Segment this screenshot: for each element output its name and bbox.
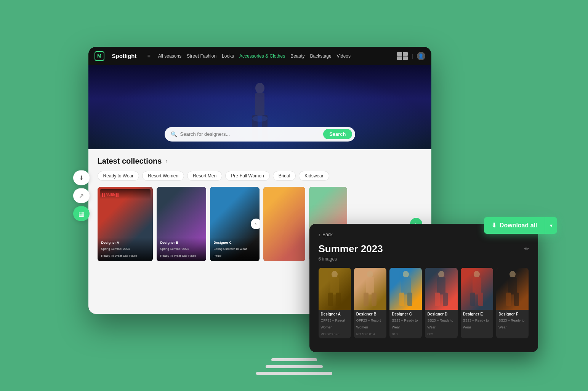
- panel-image-d-info: Designer D SS23 – Ready to Wear 002: [425, 310, 457, 338]
- panel-image-b[interactable]: Designer B OFF23 – Resort Women PO S23 0…: [354, 268, 386, 338]
- panel-image-count: 6 images: [319, 256, 529, 262]
- panel-img-sub-e: SS23 – Ready to Wear: [463, 319, 489, 329]
- filter-pills: Ready to Wear Resort Women Resort Men Pr…: [98, 171, 422, 181]
- card-overlay-c: Designer C Spring Summer To WearPaulo: [210, 238, 260, 261]
- nav-divider: |: [412, 53, 413, 59]
- panel-img-sub-f: SS23 – Ready to Wear: [498, 319, 524, 329]
- sidebar-float: ⬇ ↗ ▦: [73, 170, 90, 221]
- svg-rect-8: [336, 293, 341, 306]
- panel-img-name-c: Designer C: [392, 312, 420, 316]
- card-overlay-a: Designer A Spring Summer 2023Ready To We…: [98, 238, 153, 261]
- panel-img-sub-c: SS23 – Ready to Wear: [392, 319, 418, 329]
- panel-back-label: Back: [322, 232, 333, 237]
- svg-point-0: [255, 83, 264, 93]
- share-icon: ↗: [79, 192, 84, 199]
- section-title: Latest collections: [98, 157, 162, 166]
- card-sublabel-c: Spring Summer To WearPaulo: [214, 247, 247, 257]
- filter-kidswear[interactable]: Kidswear: [299, 171, 329, 181]
- svg-rect-12: [372, 293, 377, 306]
- collection-card-b[interactable]: Designer B Spring Summer 2023Ready To We…: [157, 187, 206, 261]
- search-input[interactable]: [180, 131, 324, 137]
- card-overlay-b: Designer B Spring Summer 2023Ready To We…: [157, 238, 206, 261]
- svg-rect-28: [514, 293, 519, 306]
- svg-rect-27: [506, 293, 511, 306]
- search-button[interactable]: Search: [323, 129, 352, 139]
- filter-bridal[interactable]: Bridal: [273, 171, 296, 181]
- card-sublabel-b: Spring Summer 2023Ready To Wear Sao Paul…: [160, 247, 196, 257]
- nav-accessories[interactable]: Accessories & Clothes: [239, 53, 285, 59]
- download-icon: ⬇: [79, 174, 84, 181]
- next-button[interactable]: ›: [251, 219, 260, 229]
- svg-point-17: [438, 271, 444, 278]
- panel-image-a-thumb: [319, 268, 351, 310]
- sidebar-share-btn[interactable]: ↗: [73, 188, 90, 203]
- svg-point-4: [252, 116, 268, 122]
- nav-beauty[interactable]: Beauty: [290, 53, 304, 59]
- edit-icon[interactable]: ✏: [524, 246, 529, 252]
- section-arrow[interactable]: ›: [165, 158, 167, 164]
- panel-image-d-thumb: [425, 268, 457, 310]
- hamburger-icon[interactable]: ≡: [147, 53, 150, 59]
- filter-resort-women[interactable]: Resort Women: [142, 171, 184, 181]
- collection-card-c[interactable]: Designer C Spring Summer To WearPaulo ›: [210, 187, 260, 261]
- svg-point-9: [367, 271, 373, 278]
- scrollbar-1[interactable]: [271, 358, 317, 361]
- panel-image-b-thumb: [354, 268, 386, 310]
- panel-image-f-thumb: [496, 268, 529, 310]
- panel-image-c[interactable]: Designer C SS23 – Ready to Wear 010: [389, 268, 422, 338]
- grid-icon[interactable]: [397, 52, 408, 60]
- panel-title: Summer 2023: [319, 243, 383, 255]
- nav-videos[interactable]: Videos: [337, 53, 351, 59]
- nav-street-fashion[interactable]: Street Fashion: [187, 53, 216, 59]
- panel-image-f[interactable]: Designer F SS23 – Ready to Wear: [496, 268, 529, 338]
- nav-all-seasons[interactable]: All seasons: [158, 53, 181, 59]
- filter-ready-to-wear[interactable]: Ready to Wear: [98, 171, 139, 181]
- download-all-main: ⬇ Download all: [484, 217, 545, 233]
- panel-image-b-info: Designer B OFF23 – Resort Women PO S23 0…: [354, 310, 386, 338]
- svg-point-13: [403, 271, 409, 278]
- card-label-b: Designer B: [160, 241, 202, 245]
- panel-image-a[interactable]: Designer A OFF23 – Resort Women PO S23 0…: [319, 268, 351, 338]
- logo: M: [95, 51, 104, 61]
- nav-right: | 👤: [397, 52, 425, 60]
- card-label-a: Designer A: [101, 241, 149, 245]
- scrollbar-2[interactable]: [266, 365, 323, 368]
- panel-img-code-d: 002: [427, 332, 433, 336]
- panel-img-name-d: Designer D: [427, 312, 455, 316]
- download-all-button[interactable]: ⬇ Download all ▾: [484, 217, 557, 234]
- user-avatar[interactable]: 👤: [417, 52, 425, 60]
- panel-img-name-a: Designer A: [321, 312, 349, 316]
- collection-card-d[interactable]: [263, 187, 305, 261]
- filter-pre-fall-women[interactable]: Pre-Fall Women: [225, 171, 269, 181]
- filter-resort-men[interactable]: Resort Men: [187, 171, 222, 181]
- scrollbar-3[interactable]: [256, 372, 332, 375]
- panel-image-d[interactable]: Designer D SS23 – Ready to Wear 002: [425, 268, 457, 338]
- panel-image-a-info: Designer A OFF23 – Resort Women PO S23 0…: [319, 310, 351, 338]
- section-header: Latest collections ›: [98, 157, 422, 166]
- collection-card-a[interactable]: ▌▌BRAND▐▐ Designer A Spring Summer 2023R…: [98, 187, 153, 261]
- download-dropdown-arrow[interactable]: ▾: [545, 218, 557, 233]
- nav-looks[interactable]: Looks: [222, 53, 234, 59]
- svg-point-25: [509, 271, 516, 278]
- grid-layout-icon: ▦: [79, 210, 84, 217]
- panel-image-e-thumb: [461, 268, 493, 310]
- sidebar-download-btn[interactable]: ⬇: [73, 170, 90, 185]
- svg-point-5: [332, 271, 338, 278]
- sidebar-grid-btn[interactable]: ▦: [73, 206, 90, 221]
- navbar: M Spotlight ≡ All seasons Street Fashion…: [88, 47, 431, 65]
- panel-image-e[interactable]: Designer E SS23 – Ready to Wear: [461, 268, 493, 338]
- app-title: Spotlight: [112, 53, 137, 59]
- svg-rect-18: [437, 277, 445, 294]
- svg-rect-20: [443, 293, 448, 306]
- svg-rect-16: [407, 293, 412, 306]
- back-arrow-icon: ‹: [319, 232, 320, 238]
- panel-img-code-b: PO S23 014: [356, 332, 375, 336]
- panel-img-sub-b: OFF23 – Resort Women: [356, 319, 381, 329]
- card-sublabel-a: Spring Summer 2023Ready To Wear Sao Paul…: [101, 247, 137, 257]
- svg-rect-7: [328, 293, 333, 306]
- panel-image-e-info: Designer E SS23 – Ready to Wear: [461, 310, 493, 331]
- panel-images-row: Designer A OFF23 – Resort Women PO S23 0…: [319, 268, 529, 338]
- svg-rect-19: [435, 293, 440, 306]
- svg-rect-1: [255, 93, 264, 116]
- nav-backstage[interactable]: Backstage: [310, 53, 332, 59]
